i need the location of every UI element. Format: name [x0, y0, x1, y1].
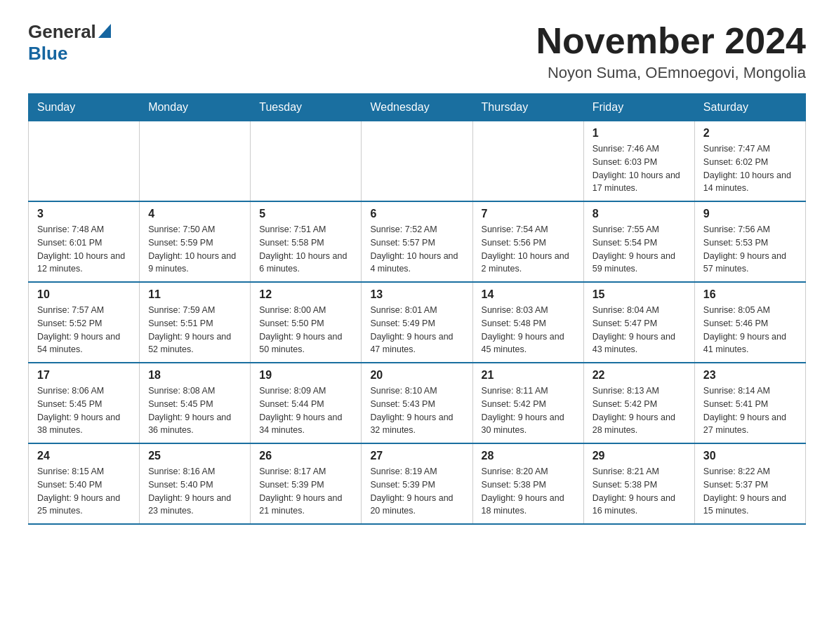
day-number: 12: [259, 288, 352, 301]
calendar-cell: [29, 121, 140, 202]
day-number: 24: [37, 450, 131, 462]
day-info: Sunrise: 7:46 AMSunset: 6:03 PMDaylight:…: [593, 142, 686, 195]
day-number: 6: [370, 208, 463, 220]
calendar-cell: 14Sunrise: 8:03 AMSunset: 5:48 PMDayligh…: [472, 282, 583, 363]
weekday-header-saturday: Saturday: [694, 94, 805, 121]
weekday-header-friday: Friday: [583, 94, 694, 121]
logo-triangle-icon: [98, 24, 111, 41]
day-number: 11: [148, 288, 241, 301]
day-number: 19: [259, 369, 352, 382]
calendar-cell: 26Sunrise: 8:17 AMSunset: 5:39 PMDayligh…: [251, 443, 362, 524]
calendar-cell: 30Sunrise: 8:22 AMSunset: 5:37 PMDayligh…: [694, 443, 805, 524]
calendar-cell: [251, 121, 362, 202]
calendar-cell: 4Sunrise: 7:50 AMSunset: 5:59 PMDaylight…: [140, 201, 251, 282]
calendar-cell: 22Sunrise: 8:13 AMSunset: 5:42 PMDayligh…: [583, 363, 694, 443]
calendar-week-row: 10Sunrise: 7:57 AMSunset: 5:52 PMDayligh…: [29, 282, 806, 363]
weekday-header-sunday: Sunday: [29, 94, 140, 121]
day-number: 21: [482, 369, 575, 382]
calendar-cell: 5Sunrise: 7:51 AMSunset: 5:58 PMDaylight…: [251, 201, 362, 282]
day-info: Sunrise: 8:11 AMSunset: 5:42 PMDaylight:…: [482, 384, 575, 437]
calendar-cell: 11Sunrise: 7:59 AMSunset: 5:51 PMDayligh…: [140, 282, 251, 363]
day-info: Sunrise: 8:00 AMSunset: 5:50 PMDaylight:…: [259, 304, 352, 356]
day-info: Sunrise: 7:54 AMSunset: 5:56 PMDaylight:…: [482, 223, 575, 276]
calendar-header-row: SundayMondayTuesdayWednesdayThursdayFrid…: [29, 94, 806, 121]
calendar-cell: 12Sunrise: 8:00 AMSunset: 5:50 PMDayligh…: [251, 282, 362, 363]
day-number: 14: [482, 288, 575, 301]
day-info: Sunrise: 7:57 AMSunset: 5:52 PMDaylight:…: [37, 304, 131, 356]
calendar-cell: 3Sunrise: 7:48 AMSunset: 6:01 PMDaylight…: [29, 201, 140, 282]
day-number: 8: [593, 208, 686, 220]
day-number: 27: [370, 450, 463, 462]
title-section: November 2024 Noyon Suma, OEmnoegovi, Mo…: [536, 21, 806, 82]
day-info: Sunrise: 8:10 AMSunset: 5:43 PMDaylight:…: [370, 384, 463, 437]
day-info: Sunrise: 8:08 AMSunset: 5:45 PMDaylight:…: [148, 384, 241, 437]
day-info: Sunrise: 8:03 AMSunset: 5:48 PMDaylight:…: [482, 304, 575, 356]
calendar-cell: [472, 121, 583, 202]
calendar-cell: 7Sunrise: 7:54 AMSunset: 5:56 PMDaylight…: [472, 201, 583, 282]
day-info: Sunrise: 8:20 AMSunset: 5:38 PMDaylight:…: [482, 465, 575, 518]
day-info: Sunrise: 8:21 AMSunset: 5:38 PMDaylight:…: [593, 465, 686, 518]
calendar-cell: 16Sunrise: 8:05 AMSunset: 5:46 PMDayligh…: [694, 282, 805, 363]
day-number: 18: [148, 369, 241, 382]
day-number: 26: [259, 450, 352, 462]
day-info: Sunrise: 8:05 AMSunset: 5:46 PMDaylight:…: [703, 304, 797, 356]
day-number: 23: [703, 369, 797, 382]
day-info: Sunrise: 8:16 AMSunset: 5:40 PMDaylight:…: [148, 465, 241, 518]
page-header: General Blue November 2024 Noyon Suma, O…: [28, 21, 806, 82]
day-info: Sunrise: 8:13 AMSunset: 5:42 PMDaylight:…: [593, 384, 686, 437]
calendar-cell: 9Sunrise: 7:56 AMSunset: 5:53 PMDaylight…: [694, 201, 805, 282]
calendar-cell: 18Sunrise: 8:08 AMSunset: 5:45 PMDayligh…: [140, 363, 251, 443]
day-number: 10: [37, 288, 131, 301]
svg-marker-0: [98, 24, 111, 38]
day-number: 2: [703, 127, 797, 140]
day-number: 15: [593, 288, 686, 301]
calendar-cell: 10Sunrise: 7:57 AMSunset: 5:52 PMDayligh…: [29, 282, 140, 363]
calendar-cell: 27Sunrise: 8:19 AMSunset: 5:39 PMDayligh…: [362, 443, 472, 524]
calendar-cell: 21Sunrise: 8:11 AMSunset: 5:42 PMDayligh…: [472, 363, 583, 443]
weekday-header-tuesday: Tuesday: [251, 94, 362, 121]
day-info: Sunrise: 8:06 AMSunset: 5:45 PMDaylight:…: [37, 384, 131, 437]
day-number: 25: [148, 450, 241, 462]
weekday-header-thursday: Thursday: [472, 94, 583, 121]
day-number: 22: [593, 369, 686, 382]
day-number: 28: [482, 450, 575, 462]
calendar-cell: 2Sunrise: 7:47 AMSunset: 6:02 PMDaylight…: [694, 121, 805, 202]
calendar-cell: 6Sunrise: 7:52 AMSunset: 5:57 PMDaylight…: [362, 201, 472, 282]
day-info: Sunrise: 8:09 AMSunset: 5:44 PMDaylight:…: [259, 384, 352, 437]
calendar-table: SundayMondayTuesdayWednesdayThursdayFrid…: [28, 93, 806, 525]
calendar-cell: 17Sunrise: 8:06 AMSunset: 5:45 PMDayligh…: [29, 363, 140, 443]
calendar-week-row: 17Sunrise: 8:06 AMSunset: 5:45 PMDayligh…: [29, 363, 806, 443]
day-info: Sunrise: 8:22 AMSunset: 5:37 PMDaylight:…: [703, 465, 797, 518]
calendar-cell: 23Sunrise: 8:14 AMSunset: 5:41 PMDayligh…: [694, 363, 805, 443]
logo: General Blue: [28, 21, 111, 65]
day-number: 5: [259, 208, 352, 220]
day-number: 4: [148, 208, 241, 220]
day-info: Sunrise: 7:50 AMSunset: 5:59 PMDaylight:…: [148, 223, 241, 276]
day-info: Sunrise: 8:04 AMSunset: 5:47 PMDaylight:…: [593, 304, 686, 356]
calendar-cell: 25Sunrise: 8:16 AMSunset: 5:40 PMDayligh…: [140, 443, 251, 524]
calendar-week-row: 24Sunrise: 8:15 AMSunset: 5:40 PMDayligh…: [29, 443, 806, 524]
logo-blue-text: Blue: [28, 43, 67, 65]
day-info: Sunrise: 7:47 AMSunset: 6:02 PMDaylight:…: [703, 142, 797, 195]
day-info: Sunrise: 7:59 AMSunset: 5:51 PMDaylight:…: [148, 304, 241, 356]
calendar-cell: 28Sunrise: 8:20 AMSunset: 5:38 PMDayligh…: [472, 443, 583, 524]
calendar-cell: 8Sunrise: 7:55 AMSunset: 5:54 PMDaylight…: [583, 201, 694, 282]
day-info: Sunrise: 8:01 AMSunset: 5:49 PMDaylight:…: [370, 304, 463, 356]
calendar-cell: 13Sunrise: 8:01 AMSunset: 5:49 PMDayligh…: [362, 282, 472, 363]
day-info: Sunrise: 8:15 AMSunset: 5:40 PMDaylight:…: [37, 465, 131, 518]
day-number: 20: [370, 369, 463, 382]
day-info: Sunrise: 8:17 AMSunset: 5:39 PMDaylight:…: [259, 465, 352, 518]
day-info: Sunrise: 7:48 AMSunset: 6:01 PMDaylight:…: [37, 223, 131, 276]
day-number: 29: [593, 450, 686, 462]
weekday-header-wednesday: Wednesday: [362, 94, 472, 121]
day-number: 17: [37, 369, 131, 382]
weekday-header-monday: Monday: [140, 94, 251, 121]
calendar-cell: [362, 121, 472, 202]
day-info: Sunrise: 7:56 AMSunset: 5:53 PMDaylight:…: [703, 223, 797, 276]
day-number: 16: [703, 288, 797, 301]
location-title: Noyon Suma, OEmnoegovi, Mongolia: [536, 64, 806, 82]
calendar-cell: 20Sunrise: 8:10 AMSunset: 5:43 PMDayligh…: [362, 363, 472, 443]
day-info: Sunrise: 7:55 AMSunset: 5:54 PMDaylight:…: [593, 223, 686, 276]
calendar-cell: 29Sunrise: 8:21 AMSunset: 5:38 PMDayligh…: [583, 443, 694, 524]
day-info: Sunrise: 8:14 AMSunset: 5:41 PMDaylight:…: [703, 384, 797, 437]
